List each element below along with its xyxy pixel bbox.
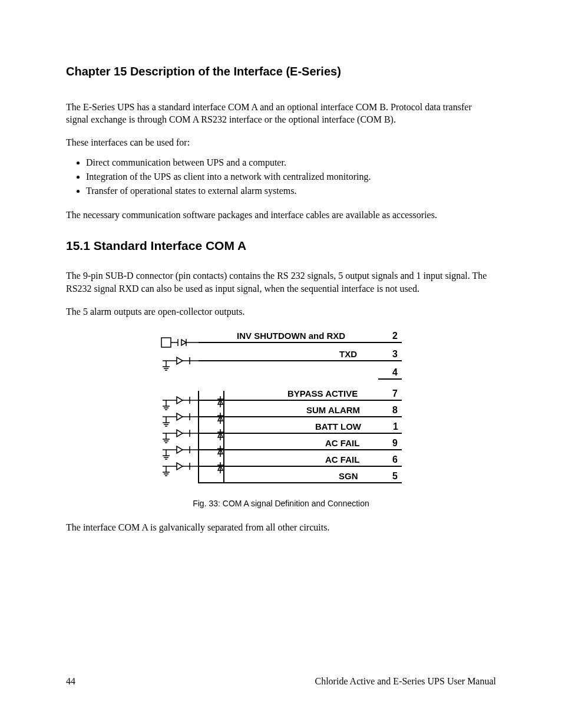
svg-text:1: 1	[393, 421, 398, 431]
svg-marker-53	[177, 357, 183, 364]
paragraph-intro-2: These interfaces can be used for:	[66, 136, 496, 149]
svg-text:7: 7	[392, 388, 398, 398]
svg-text:SGN: SGN	[339, 471, 358, 481]
svg-text:TXD: TXD	[339, 349, 357, 359]
svg-text:SUM ALARM: SUM ALARM	[306, 405, 360, 415]
figure-caption: Fig. 33: COM A signal Definition and Con…	[66, 499, 496, 508]
bullet-item: Integration of the UPS as client into a …	[86, 170, 496, 184]
svg-text:3: 3	[392, 349, 398, 359]
chapter-title: Chapter 15 Description of the Interface …	[66, 65, 496, 78]
paragraph-intro-1: The E-Series UPS has a standard interfac…	[66, 101, 496, 126]
svg-text:5: 5	[392, 471, 398, 481]
section-title: 15.1 Standard Interface COM A	[66, 239, 496, 253]
paragraph-outputs: The 5 alarm outputs are open-collector o…	[66, 305, 496, 318]
page-number: 44	[66, 676, 75, 687]
bullet-item: Direct communication between UPS and a c…	[86, 156, 496, 170]
manual-title: Chloride Active and E-Series UPS User Ma…	[315, 676, 497, 687]
svg-text:AC FAIL: AC FAIL	[325, 454, 359, 465]
svg-text:2: 2	[392, 331, 398, 341]
figure-com-a: .st { stroke:#000; stroke-width:2; fill:…	[66, 328, 496, 508]
svg-text:4: 4	[392, 367, 398, 377]
svg-text:AC FAIL: AC FAIL	[325, 438, 359, 448]
svg-text:9: 9	[392, 438, 398, 448]
svg-text:BYPASS ACTIVE: BYPASS ACTIVE	[287, 388, 358, 398]
svg-text:INV SHUTDOWN and RXD: INV SHUTDOWN and RXD	[237, 331, 345, 341]
svg-text:8: 8	[392, 405, 398, 415]
paragraph-galvanic: The interface COM A is galvanically sepa…	[66, 521, 496, 533]
svg-text:BATT LOW: BATT LOW	[315, 421, 362, 431]
svg-text:6: 6	[392, 454, 398, 465]
paragraph-accessories: The necessary communication software pac…	[66, 209, 496, 221]
bullet-item: Transfer of operational states to extern…	[86, 184, 496, 198]
svg-rect-41	[161, 338, 171, 347]
svg-marker-44	[181, 340, 186, 345]
wiring-diagram: .st { stroke:#000; stroke-width:2; fill:…	[154, 328, 408, 490]
paragraph-connector: The 9-pin SUB-D connector (pin contacts)…	[66, 269, 496, 294]
